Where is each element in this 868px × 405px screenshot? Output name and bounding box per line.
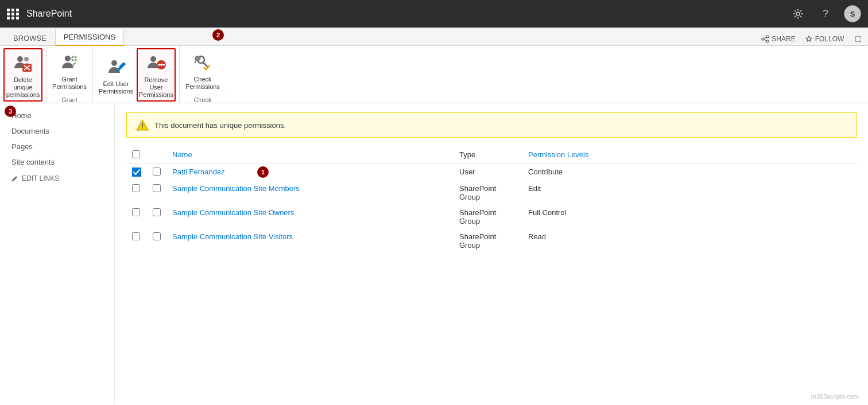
sidebar: Home Documents Pages Site contents EDIT … xyxy=(0,103,115,404)
ribbon-group-check: Check Permissions Check xyxy=(180,46,226,103)
members-link[interactable]: Sample Communication Site Members xyxy=(172,184,300,193)
owners-checkbox[interactable] xyxy=(132,208,140,216)
top-bar: SharePoint ? S xyxy=(0,0,868,28)
patti-checkbox[interactable] xyxy=(132,168,141,177)
delete-unique-permissions-button[interactable]: Delete unique permissions xyxy=(3,48,42,102)
edit-icon xyxy=(11,175,18,182)
check-permissions-icon xyxy=(191,51,214,74)
warning-banner: This document has unique permissions. xyxy=(126,112,857,138)
owners-type: SharePoint Group xyxy=(454,205,522,229)
col-header-name: Name xyxy=(166,147,454,164)
watermark: m365scripts.com xyxy=(811,393,859,400)
members-checkbox[interactable] xyxy=(132,184,140,192)
remove-user-permissions-button[interactable]: Remove User Permissions xyxy=(137,48,176,102)
badge-2: 2 xyxy=(212,29,224,41)
ribbon-tabs: BROWSE PERMISSIONS 2 SHARE FOLLOW □ xyxy=(0,28,868,46)
visitors-link[interactable]: Sample Communication Site Visitors xyxy=(172,232,293,241)
delete-unique-label: Delete unique permissions xyxy=(6,76,40,99)
row-checkbox-cell: 1 xyxy=(126,164,147,181)
table-row: Sample Communication Site Visitors Share… xyxy=(126,229,857,253)
sidebar-item-site-contents[interactable]: Site contents xyxy=(0,154,114,170)
sidebar-item-pages[interactable]: Pages xyxy=(0,139,114,154)
col-header-check1 xyxy=(126,147,147,164)
svg-point-9 xyxy=(111,60,117,66)
svg-point-0 xyxy=(796,12,800,15)
patti-inner-checkbox[interactable] xyxy=(153,168,161,176)
edit-links-button[interactable]: EDIT LINKS xyxy=(0,170,114,187)
patti-fernandez-link[interactable]: Patti Fernandez xyxy=(172,168,225,176)
warning-text: This document has unique permissions. xyxy=(154,121,286,130)
minimize-ribbon-button[interactable]: □ xyxy=(853,34,863,44)
svg-point-2 xyxy=(762,38,764,40)
owners-link[interactable]: Sample Communication Site Owners xyxy=(172,208,294,217)
patti-permission: Contribute xyxy=(522,164,857,181)
table-row: 1 Patti Fernandez User Contribute xyxy=(126,164,857,181)
col-header-type: Type xyxy=(454,147,522,164)
grant-permissions-label: Grant Permissions xyxy=(52,76,87,91)
visitors-checkbox[interactable] xyxy=(132,232,140,240)
ribbon-group-inheritance: Delete unique permissions Inheritance xyxy=(0,46,46,103)
table-row: Sample Communication Site Members ShareP… xyxy=(126,181,857,205)
visitors-type: SharePoint Group xyxy=(454,229,522,253)
sidebar-item-documents[interactable]: Documents xyxy=(0,123,114,139)
ribbon-group-grant: Grant Permissions Grant xyxy=(46,46,93,103)
select-all-checkbox[interactable] xyxy=(132,150,140,158)
user-avatar[interactable]: S xyxy=(844,5,861,22)
main-layout: 3 Home Documents Pages Site contents EDI… xyxy=(0,103,868,404)
svg-point-15 xyxy=(142,127,143,128)
members-type: SharePoint Group xyxy=(454,181,522,205)
delete-unique-icon xyxy=(11,52,34,75)
ribbon-content: Delete unique permissions Inheritance xyxy=(0,46,868,103)
svg-point-7 xyxy=(65,56,71,61)
check-permissions-button[interactable]: Check Permissions xyxy=(183,48,222,92)
badge-3: 3 xyxy=(5,106,16,117)
col-header-permission-levels: Permission Levels xyxy=(522,147,857,164)
content-area: This document has unique permissions. Na… xyxy=(115,103,868,404)
svg-point-5 xyxy=(24,57,29,61)
visitors-permission: Read xyxy=(522,229,857,253)
svg-point-11 xyxy=(150,56,156,62)
sidebar-item-home[interactable]: Home xyxy=(0,108,114,123)
waffle-icon[interactable] xyxy=(7,9,20,20)
edit-user-icon xyxy=(104,56,127,79)
permissions-table: Name Type Permission Levels 1 xyxy=(126,147,857,253)
edit-user-permissions-label: Edit User Permissions xyxy=(99,80,133,95)
check-permissions-label: Check Permissions xyxy=(185,76,220,91)
members-permission: Edit xyxy=(522,181,857,205)
visitors-inner-checkbox[interactable] xyxy=(153,232,161,240)
badge-1: 1 xyxy=(257,166,269,178)
tab-browse[interactable]: BROWSE xyxy=(5,30,55,46)
grant-permissions-button[interactable]: Grant Permissions xyxy=(50,48,89,92)
grant-permissions-icon xyxy=(58,51,81,74)
svg-point-4 xyxy=(17,56,23,62)
settings-button[interactable] xyxy=(789,5,807,23)
edit-user-permissions-button[interactable]: Edit User Permissions xyxy=(96,53,135,97)
remove-user-icon xyxy=(145,52,168,75)
share-button[interactable]: SHARE xyxy=(761,35,795,43)
help-button[interactable]: ? xyxy=(816,5,835,23)
col-header-check2 xyxy=(147,147,166,164)
remove-user-permissions-label: Remove User Permissions xyxy=(139,76,173,99)
top-bar-actions: ? S xyxy=(789,5,861,23)
owners-inner-checkbox[interactable] xyxy=(153,208,161,216)
patti-type: User xyxy=(454,164,522,181)
follow-button[interactable]: FOLLOW xyxy=(805,35,844,43)
members-inner-checkbox[interactable] xyxy=(153,184,161,192)
warning-icon xyxy=(136,119,149,131)
app-title: SharePoint xyxy=(26,9,782,19)
table-row: Sample Communication Site Owners SharePo… xyxy=(126,205,857,229)
owners-permission: Full Control xyxy=(522,205,857,229)
ribbon-group-modify: Edit User Permissions Remove User Permis… xyxy=(93,46,180,103)
tab-permissions[interactable]: PERMISSIONS xyxy=(55,29,124,46)
